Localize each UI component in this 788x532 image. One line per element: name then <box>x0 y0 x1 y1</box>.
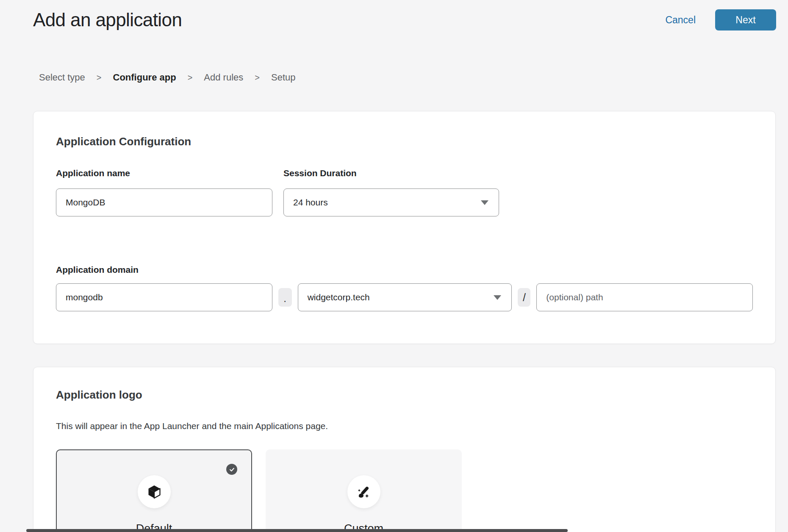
next-button[interactable]: Next <box>715 9 776 30</box>
session-duration-select[interactable]: 24 hours <box>283 188 499 216</box>
selected-check-badge <box>226 464 237 475</box>
session-duration-field-group: Session Duration 24 hours <box>283 168 499 216</box>
logo-icon-circle <box>138 475 171 508</box>
application-name-field-group: Application name <box>56 168 272 216</box>
top-bar: Add an application Cancel Next <box>33 8 776 31</box>
logo-card-description: This will appear in the App Launcher and… <box>56 421 753 431</box>
session-duration-label: Session Duration <box>283 168 499 178</box>
logo-card-title: Application logo <box>56 388 753 402</box>
top-actions: Cancel Next <box>665 9 776 30</box>
slash-separator: / <box>518 288 530 307</box>
logo-option-default[interactable]: Default <box>56 449 252 532</box>
breadcrumb: Select type > Configure app > Add rules … <box>39 72 295 83</box>
breadcrumb-step-add-rules[interactable]: Add rules <box>204 72 243 83</box>
breadcrumb-step-select-type[interactable]: Select type <box>39 72 85 83</box>
breadcrumb-separator-icon: > <box>188 73 193 83</box>
path-input[interactable] <box>536 283 753 311</box>
cube-icon <box>147 484 162 499</box>
name-session-row: Application name Session Duration 24 hou… <box>56 168 753 216</box>
application-domain-row: . widgetcorp.tech / <box>56 283 753 311</box>
horizontal-scrollbar[interactable] <box>26 529 568 532</box>
chevron-down-icon <box>481 200 488 205</box>
paintbrush-icon <box>356 484 372 500</box>
application-domain-label: Application domain <box>56 265 753 275</box>
breadcrumb-step-configure-app[interactable]: Configure app <box>113 72 176 83</box>
check-icon <box>229 466 235 473</box>
session-duration-value: 24 hours <box>293 197 328 208</box>
dot-separator: . <box>278 288 292 307</box>
breadcrumb-separator-icon: > <box>255 73 260 83</box>
chevron-down-icon <box>494 295 501 300</box>
page-title: Add an application <box>33 9 182 30</box>
application-name-input[interactable] <box>56 188 272 216</box>
logo-icon-circle <box>347 475 380 508</box>
domain-select[interactable]: widgetcorp.tech <box>298 283 512 311</box>
logo-option-tiles: Default Custom <box>56 449 753 532</box>
domain-select-value: widgetcorp.tech <box>308 292 370 302</box>
application-logo-card: Application logo This will appear in the… <box>33 367 776 532</box>
application-name-label: Application name <box>56 168 272 178</box>
breadcrumb-separator-icon: > <box>97 73 102 83</box>
cancel-button[interactable]: Cancel <box>665 14 696 26</box>
application-configuration-card: Application Configuration Application na… <box>33 111 776 344</box>
subdomain-input[interactable] <box>56 283 272 311</box>
breadcrumb-step-setup[interactable]: Setup <box>271 72 296 83</box>
logo-option-custom[interactable]: Custom <box>266 449 462 532</box>
configuration-card-title: Application Configuration <box>56 135 753 148</box>
